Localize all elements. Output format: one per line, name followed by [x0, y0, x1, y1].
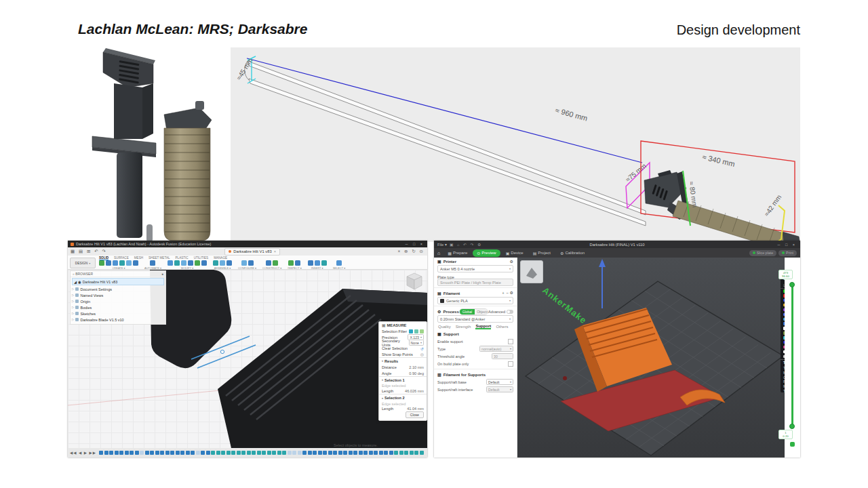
view-cube[interactable] [405, 272, 424, 291]
timeline-feature[interactable] [252, 451, 256, 455]
tool-icon[interactable] [273, 260, 278, 266]
expand-icon[interactable]: ▷ [72, 312, 74, 315]
browser-item[interactable]: ▷Origin [71, 298, 165, 304]
measure-point-handle[interactable] [220, 350, 224, 353]
timeline-feature[interactable] [262, 451, 266, 455]
timeline-feature[interactable] [99, 451, 103, 455]
timeline-feature[interactable] [109, 451, 113, 455]
timeline-feature[interactable] [155, 451, 159, 455]
printer-gear-icon[interactable]: ⚙ [510, 259, 513, 264]
timeline-feature[interactable] [115, 451, 119, 455]
timeline-feature[interactable] [282, 451, 286, 455]
timeline-feature[interactable] [379, 451, 383, 455]
timeline-feature[interactable] [196, 451, 200, 455]
timeline-feature[interactable] [374, 451, 378, 455]
timeline-feature[interactable] [328, 451, 332, 455]
process-tab-quality[interactable]: Quality [438, 325, 451, 329]
expand-icon[interactable]: ▷ [72, 306, 74, 309]
snap-points-icon[interactable]: ◎ [420, 352, 424, 357]
tool-icon[interactable] [336, 260, 342, 266]
selection1-section[interactable]: ▾Selection 1 [379, 376, 427, 384]
tool-icon[interactable] [188, 260, 193, 266]
timeline-feature[interactable] [369, 451, 373, 455]
file-save-undo-icons[interactable]: ▦ ▤ ⊞ ↶ ↷ [71, 249, 107, 254]
eye-icon[interactable]: ◉ [78, 280, 81, 284]
on-plate-checkbox[interactable] [508, 361, 513, 367]
timeline-feature[interactable] [186, 451, 190, 455]
tool-icon[interactable] [321, 260, 327, 266]
browser-item[interactable]: ▷Named Views [71, 292, 165, 298]
enable-support-checkbox[interactable] [508, 339, 513, 344]
tool-icon[interactable] [220, 260, 225, 266]
slider-option-button[interactable] [790, 442, 795, 447]
browser-pin-icon[interactable]: ● [161, 272, 163, 276]
expand-icon[interactable]: ▷ [72, 293, 74, 297]
timeline-feature[interactable] [302, 451, 307, 455]
filament-color-swatch[interactable] [440, 299, 444, 303]
timeline-feature[interactable] [201, 451, 205, 455]
timeline-feature[interactable] [191, 451, 195, 455]
timeline-feature[interactable] [353, 451, 357, 455]
filter-body-icon[interactable] [409, 329, 413, 333]
timeline-feature[interactable] [125, 451, 129, 455]
close-button[interactable]: Close [406, 411, 424, 418]
timeline-feature[interactable] [257, 451, 261, 455]
timeline-feature[interactable] [394, 451, 398, 455]
timeline-feature[interactable] [226, 451, 231, 455]
tool-icon[interactable] [195, 260, 200, 266]
tab-project[interactable]: ▤Project [529, 249, 555, 257]
tool-icon[interactable] [119, 260, 125, 266]
support-type-select[interactable]: normal(auto)▾ [479, 346, 513, 352]
tool-icon[interactable] [133, 260, 138, 266]
timeline-feature[interactable] [313, 451, 317, 455]
doc-tab-close-icon[interactable]: × [274, 249, 276, 253]
timeline-feature[interactable] [399, 451, 403, 455]
browser-item[interactable]: ▷Sketches [71, 310, 165, 317]
plate-thumbnail[interactable] [520, 260, 543, 283]
results-section[interactable]: ▾Results [379, 357, 427, 365]
timeline-feature[interactable] [237, 451, 241, 455]
tool-icon[interactable] [201, 260, 207, 266]
timeline-feature[interactable] [165, 451, 170, 455]
timeline-feature[interactable] [277, 451, 281, 455]
advanced-toggle[interactable] [507, 310, 513, 314]
timeline-feature[interactable] [333, 451, 337, 455]
slider-bottom-handle[interactable] [789, 424, 795, 429]
tool-icon[interactable] [308, 260, 313, 266]
timeline-feature[interactable] [308, 451, 312, 455]
tool-icon[interactable] [295, 260, 300, 266]
fusion-document-tab[interactable]: Darksabre Hilt V1 v83 × [224, 248, 280, 256]
tab-preview[interactable]: ⊙Preview [473, 249, 500, 257]
fusion-viewport[interactable]: « BROWSER ● ◢ ◉ Darksabre Hilt V1 v83 ▷D… [68, 270, 427, 448]
expand-icon[interactable]: ▷ [72, 300, 74, 303]
expand-icon[interactable]: ▷ [72, 287, 74, 291]
timeline-feature[interactable] [104, 451, 108, 455]
printer-select[interactable]: Anker M5 0.4 nozzle▾ [437, 265, 513, 272]
tool-icon[interactable] [266, 260, 271, 266]
timeline-feature[interactable] [119, 451, 123, 455]
raft-base-select[interactable]: Default▾ [486, 379, 513, 385]
tool-icon[interactable] [248, 260, 254, 266]
fusion-window-controls[interactable]: ─ □ × [406, 242, 425, 246]
secondary-units-select[interactable]: None▾ [409, 340, 424, 346]
timeline-feature[interactable] [343, 451, 347, 455]
tool-icon[interactable] [126, 260, 132, 266]
tool-icon[interactable] [226, 260, 232, 266]
timeline-feature[interactable] [414, 451, 418, 455]
selection-filter-buttons[interactable] [409, 329, 424, 333]
process-tab-support[interactable]: Support [475, 324, 491, 329]
process-tab-strength[interactable]: Strength [456, 325, 471, 329]
browser-item[interactable]: ▷Bodies [71, 304, 165, 310]
tool-icon[interactable] [288, 260, 294, 266]
timeline-feature[interactable] [323, 451, 327, 455]
slicer-window-controls[interactable]: ─ □ × [778, 243, 797, 247]
workspace-selector[interactable]: DESIGN ▾ [70, 258, 96, 268]
home-icon[interactable]: ⌂ [437, 251, 440, 256]
tool-icon[interactable] [241, 260, 247, 266]
timeline-feature[interactable] [170, 451, 174, 455]
filament-select[interactable]: Generic PLA▾ [437, 297, 513, 304]
timeline-feature[interactable] [420, 451, 424, 455]
timeline-feature[interactable] [272, 451, 276, 455]
measure-dialog-header[interactable]: ▣ MEASURE [379, 322, 427, 329]
threshold-input[interactable]: 30 [492, 353, 513, 359]
